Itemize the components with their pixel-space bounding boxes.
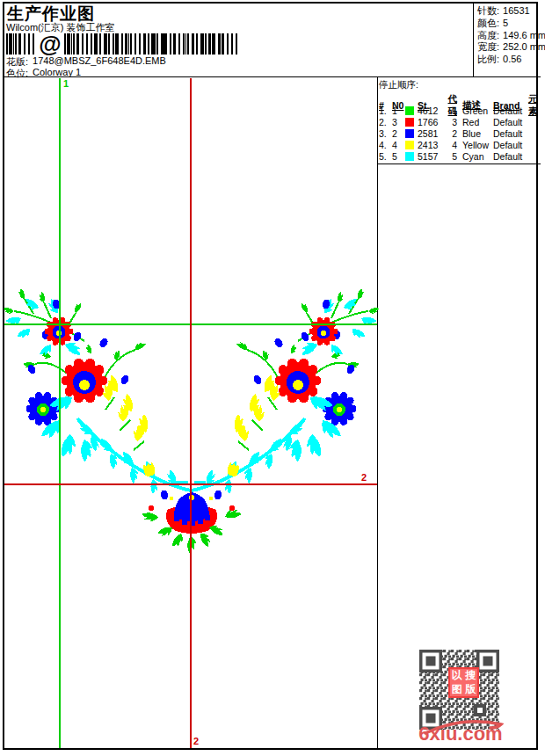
seal-char: 版 bbox=[465, 684, 476, 695]
design-canvas bbox=[0, 0, 545, 756]
worksheet-page: 生产作业图 Wilcom(汇京) 装饰工作室 @ 花版: 1748@MBSZ_6… bbox=[0, 0, 545, 756]
watermark-site: 6xiu.com bbox=[415, 723, 506, 745]
watermark-seal: 以 搜 图 版 bbox=[448, 667, 479, 698]
end-marker-label-bottom: 2 bbox=[193, 737, 199, 746]
seal-char: 搜 bbox=[465, 670, 476, 681]
seal-char: 以 bbox=[452, 670, 462, 681]
end-marker-label-right: 2 bbox=[361, 473, 367, 483]
seal-char: 图 bbox=[452, 684, 462, 695]
start-marker-label: 1 bbox=[63, 79, 69, 89]
